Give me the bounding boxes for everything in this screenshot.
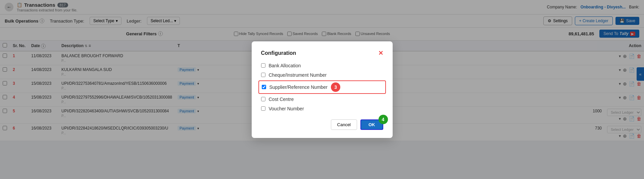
modal-option-row[interactable]: Bank Allocation [261, 63, 383, 68]
option-checkbox-supplier_ref[interactable] [262, 85, 266, 89]
modal-title: Configuration [261, 50, 296, 56]
modal-body: Bank Allocation Cheque/Instrument Number… [261, 63, 383, 111]
option-checkbox-voucher_number[interactable] [261, 106, 265, 111]
modal-option-row[interactable]: Cheque/Instrument Number [261, 72, 383, 78]
step-3-badge: 3 [331, 82, 340, 92]
step-4-badge: 4 [379, 115, 388, 124]
modal-footer: Cancel OK 4 [261, 119, 383, 130]
configuration-modal: Configuration ✕ Bank Allocation Cheque/I… [252, 41, 393, 138]
option-checkbox-cheque_number[interactable] [261, 73, 265, 77]
ok-wrapper: OK 4 [360, 119, 383, 130]
modal-option-row[interactable]: Supplier/Reference Number 3 [258, 80, 386, 94]
modal-option-row[interactable]: Voucher Number [261, 106, 383, 111]
option-label-supplier_ref: Supplier/Reference Number [269, 84, 328, 90]
option-label-voucher_number: Voucher Number [269, 106, 304, 111]
modal-option-row[interactable]: Cost Centre [261, 97, 383, 102]
option-checkbox-cost_centre[interactable] [261, 97, 265, 101]
modal-overlay[interactable]: Configuration ✕ Bank Allocation Cheque/I… [0, 0, 644, 141]
modal-header: Configuration ✕ [261, 49, 383, 57]
option-label-bank_allocation: Bank Allocation [269, 63, 301, 68]
option-label-cost_centre: Cost Centre [269, 97, 294, 102]
modal-close-button[interactable]: ✕ [378, 49, 383, 57]
option-checkbox-bank_allocation[interactable] [261, 63, 265, 68]
option-label-cheque_number: Cheque/Instrument Number [269, 72, 327, 78]
cancel-button[interactable]: Cancel [331, 119, 357, 130]
